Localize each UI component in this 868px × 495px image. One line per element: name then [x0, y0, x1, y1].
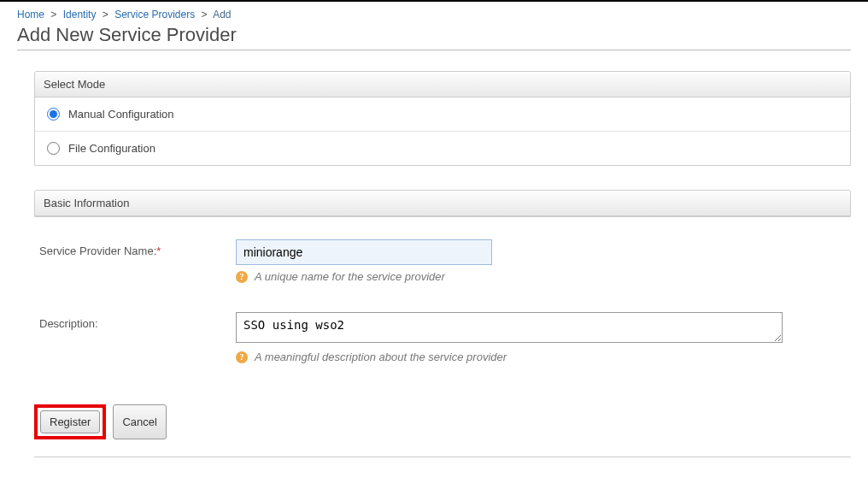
- mode-file-row[interactable]: File Configuration: [35, 132, 850, 165]
- button-row: Register Cancel: [34, 404, 851, 457]
- description-label: Description:: [39, 317, 98, 330]
- breadcrumb-home[interactable]: Home: [17, 9, 44, 21]
- breadcrumb: Home > Identity > Service Providers > Ad…: [17, 9, 851, 21]
- basic-info-section: Basic Information: [34, 190, 851, 217]
- description-hint: A meaningful description about the servi…: [255, 351, 507, 363]
- page-title: Add New Service Provider: [17, 24, 851, 50]
- mode-file-label: File Configuration: [68, 142, 155, 155]
- description-input[interactable]: SSO using wso2: [236, 312, 783, 343]
- sp-name-hint: A unique name for the service provider: [255, 270, 445, 283]
- breadcrumb-add: Add: [213, 9, 231, 21]
- required-asterisk: *: [156, 245, 161, 257]
- register-highlight: Register: [34, 404, 106, 439]
- mode-manual-label: Manual Configuration: [68, 108, 174, 121]
- breadcrumb-identity[interactable]: Identity: [63, 9, 97, 21]
- select-mode-header: Select Mode: [35, 72, 850, 97]
- mode-manual-row[interactable]: Manual Configuration: [35, 97, 850, 132]
- breadcrumb-sep: >: [47, 9, 60, 21]
- mode-file-radio[interactable]: [47, 142, 60, 155]
- sp-name-label: Service Provider Name:: [39, 245, 156, 257]
- breadcrumb-service-providers[interactable]: Service Providers: [114, 9, 195, 21]
- cancel-button[interactable]: Cancel: [113, 404, 166, 439]
- register-button[interactable]: Register: [40, 410, 100, 433]
- basic-info-header: Basic Information: [35, 191, 850, 216]
- help-icon: ?: [236, 351, 248, 363]
- breadcrumb-sep: >: [99, 9, 112, 21]
- breadcrumb-sep: >: [198, 9, 211, 21]
- mode-manual-radio[interactable]: [47, 108, 60, 121]
- select-mode-section: Select Mode Manual Configuration File Co…: [34, 71, 851, 166]
- help-icon: ?: [236, 271, 248, 283]
- sp-name-input[interactable]: [236, 239, 492, 265]
